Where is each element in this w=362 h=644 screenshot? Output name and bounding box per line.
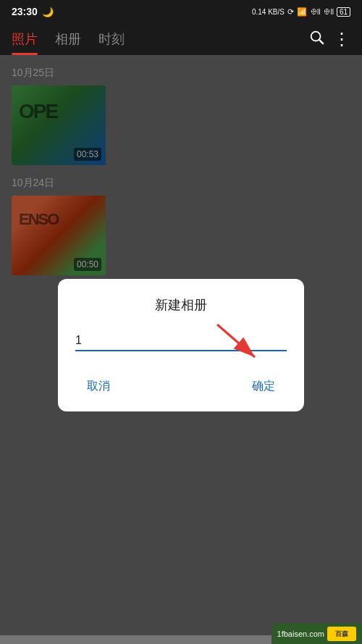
dialog-title: 新建相册 <box>75 296 287 314</box>
tab-albums[interactable]: 相册 <box>55 30 81 55</box>
signal-icon: ᪠ll <box>310 8 320 16</box>
main-content: 10月25日 OPE 00:53 10月24日 ENSO 00:50 新建相册 <box>0 55 362 635</box>
status-bar: 23:30 🌙 0.14 KB/S ⟳ 📶 ᪠ll ᪠ll 61 <box>0 0 362 23</box>
more-icon[interactable]: ⋮ <box>333 29 350 49</box>
dialog-actions: 取消 确定 <box>75 373 287 400</box>
wifi-icon: 📶 <box>297 7 307 17</box>
status-right: 0.14 KB/S ⟳ 📶 ᪠ll ᪠ll 61 <box>252 7 350 17</box>
nav-icons: ⋮ <box>308 29 350 55</box>
watermark-logo: 百森 <box>327 627 356 641</box>
status-left: 23:30 🌙 <box>12 6 54 17</box>
cancel-button[interactable]: 取消 <box>75 373 122 400</box>
dialog-create-album: 新建相册 取消 确定 <box>58 279 304 411</box>
tab-moments[interactable]: 时刻 <box>98 30 125 55</box>
svg-line-1 <box>319 40 323 43</box>
moon-icon: 🌙 <box>42 7 54 17</box>
status-time: 23:30 <box>12 6 38 17</box>
data-speed: 0.14 KB/S <box>252 8 285 16</box>
search-icon[interactable] <box>308 29 324 49</box>
tab-photos[interactable]: 照片 <box>12 30 38 55</box>
confirm-button[interactable]: 确定 <box>240 373 287 400</box>
watermark-site: 1fbaisen.com <box>277 630 324 638</box>
album-name-input[interactable] <box>75 331 287 351</box>
battery-icon: 61 <box>337 7 350 17</box>
nav-bar: 照片 相册 时刻 ⋮ <box>0 23 362 55</box>
sync-icon: ⟳ <box>287 7 294 17</box>
dialog-overlay: 新建相册 取消 确定 <box>0 55 362 635</box>
signal-icon-2: ᪠ll <box>323 8 333 16</box>
nav-tabs: 照片 相册 时刻 <box>12 30 125 55</box>
watermark: 1fbaisen.com 百森 <box>272 624 362 644</box>
